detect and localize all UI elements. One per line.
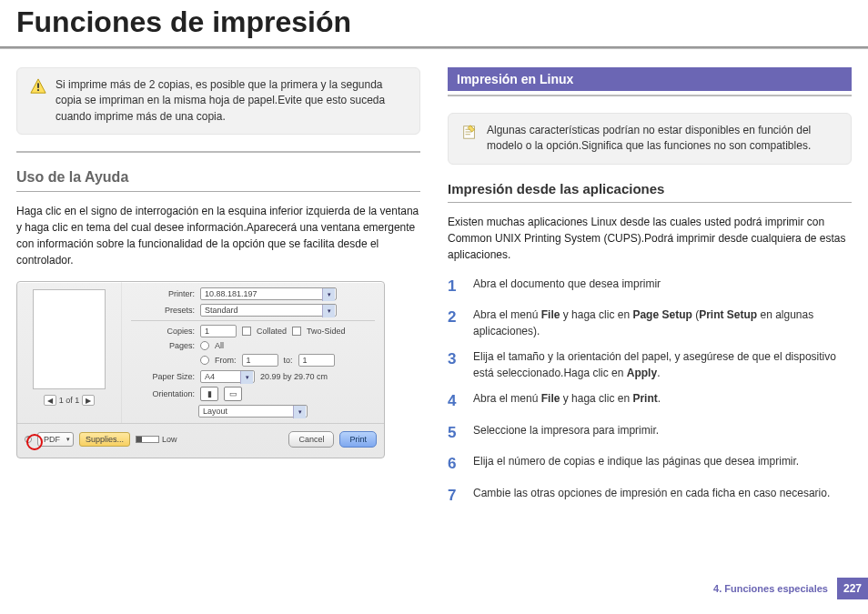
chevron-down-icon: ▾ [240,371,253,384]
two-sided-label: Two-Sided [307,327,346,336]
chevron-down-icon: ▾ [322,305,335,317]
page-footer: 4. Funciones especiales 227 [713,578,868,599]
step-item: 4Abra el menú File y haga clic en Print. [448,390,852,413]
pages-all-label: All [215,341,224,350]
copies-label: Copies: [131,327,195,336]
collated-checkbox[interactable] [242,327,251,336]
pages-label: Pages: [131,341,195,350]
paper-dims-label: 20.99 by 29.70 cm [260,372,328,381]
step-text: Cambie las otras opciones de impresión e… [473,485,852,508]
heading-underline [16,191,420,192]
step-number: 5 [448,422,462,445]
print-form: Printer: 10.88.181.197▾ Presets: Standar… [122,282,384,423]
panel-select[interactable]: Layout▾ [198,405,308,418]
page-number: 227 [837,578,868,599]
print-preview-pane: ◀ 1 of 1 ▶ [17,282,122,423]
paper-size-label: Paper Size: [131,372,195,381]
step-number: 3 [448,348,462,381]
printer-label: Printer: [131,289,195,298]
step-number: 7 [448,485,462,508]
mac-print-dialog: ◀ 1 of 1 ▶ Printer: 10.88.181.197▾ Prese… [16,281,385,458]
step-item: 3Elija el tamaño y la orientación del pa… [448,348,852,381]
svg-rect-2 [37,89,39,91]
collated-label: Collated [257,327,287,336]
svg-rect-1 [37,83,39,87]
paper-size-select[interactable]: A4▾ [200,370,255,383]
apps-heading: Impresión desde las aplicaciones [448,181,852,196]
steps-list: 1Abra el documento que desea imprimir 2A… [448,276,852,508]
help-body: Haga clic en el signo de interrogación e… [16,203,420,268]
orientation-label: Orientation: [131,389,195,398]
note-text: Algunas características podrían no estar… [487,123,838,155]
prev-page-button[interactable]: ◀ [44,395,56,406]
two-sided-checkbox[interactable] [292,327,301,336]
step-item: 5Seleccione la impresora para imprimir. [448,422,852,445]
pages-all-radio[interactable] [200,341,209,350]
chevron-down-icon: ▾ [322,288,335,301]
warning-text: Si imprime más de 2 copias, es posible q… [56,77,407,125]
copies-input[interactable]: 1 [200,325,237,337]
presets-select[interactable]: Standard▾ [200,304,337,317]
low-ink-indicator: Low [136,435,177,444]
step-item: 6Elija el número de copias e indique las… [448,453,852,476]
pages-to-input[interactable]: 1 [298,354,335,367]
pages-from-input[interactable]: 1 [242,354,278,367]
step-text: Abra el menú File y haga clic en Print. [473,390,852,413]
step-number: 1 [448,276,462,298]
step-text: Elija el tamaño y la orientación del pap… [473,348,852,381]
warning-callout: Si imprime más de 2 copias, es posible q… [16,67,420,135]
linux-banner: Impresión en Linux [448,67,852,91]
heading-underline [448,202,852,203]
page-nav-label: 1 of 1 [59,396,80,405]
pages-to-label: to: [284,356,293,365]
step-text: Elija el número de copias e indique las … [473,453,852,476]
pages-from-label: From: [215,356,237,365]
note-callout: Algunas características podrían no estar… [448,113,852,165]
step-text: Seleccione la impresora para imprimir. [473,422,852,445]
section-rule [16,151,420,153]
print-button[interactable]: Print [339,431,377,448]
banner-underline [448,95,852,96]
chevron-down-icon: ▾ [293,406,306,418]
step-item: 1Abra el documento que desea imprimir [448,276,852,298]
printer-select[interactable]: 10.88.181.197▾ [200,287,337,300]
help-heading: Uso de la Ayuda [16,169,420,186]
chapter-label: 4. Funciones especiales [713,583,828,594]
step-item: 7Cambie las otras opciones de impresión … [448,485,852,508]
step-text: Abra el menú File y haga clic en Page Se… [473,307,852,339]
step-text: Abra el documento que desea imprimir [473,276,852,298]
preview-page [33,289,106,389]
note-icon [461,124,478,140]
step-number: 4 [448,390,462,413]
pages-range-radio[interactable] [200,356,209,365]
left-column: Si imprime más de 2 copias, es posible q… [16,67,420,517]
next-page-button[interactable]: ▶ [82,395,95,406]
pdf-button[interactable]: PDF▾ [37,432,74,447]
warning-icon [30,78,46,95]
step-number: 6 [448,453,462,476]
cancel-button[interactable]: Cancel [288,431,334,448]
landscape-button[interactable]: ▭ [224,387,242,401]
page-title: Funciones de impresión [0,0,868,46]
presets-label: Presets: [131,306,195,315]
title-rule [0,46,868,49]
right-column: Impresión en Linux Algunas característic… [448,67,852,517]
step-number: 2 [448,307,462,339]
portrait-button[interactable]: ▮ [200,387,218,401]
apps-body: Existen muchas aplicaciones Linux desde … [448,214,852,263]
step-item: 2Abra el menú File y haga clic en Page S… [448,307,852,339]
supplies-button[interactable]: Supplies... [79,432,130,447]
